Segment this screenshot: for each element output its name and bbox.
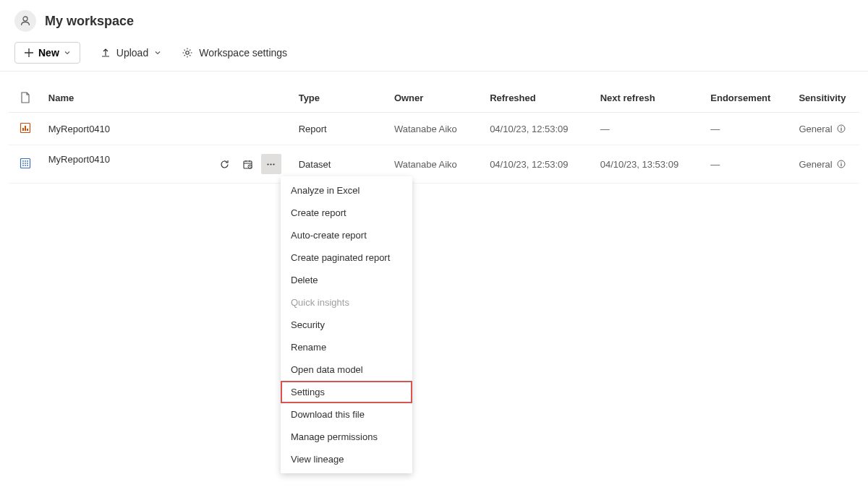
- svg-point-0: [23, 17, 27, 21]
- menu-security[interactable]: Security: [281, 314, 412, 336]
- svg-point-18: [27, 165, 28, 166]
- table-row[interactable]: MyReport0410: [9, 145, 859, 184]
- svg-point-7: [841, 126, 841, 127]
- chevron-down-icon: [64, 49, 71, 56]
- row-name[interactable]: MyReport0410: [43, 113, 293, 145]
- schedule-icon: [242, 159, 253, 170]
- svg-point-10: [22, 160, 24, 162]
- svg-point-14: [25, 163, 26, 164]
- context-menu: Analyze in Excel Create report Auto-crea…: [281, 176, 412, 473]
- svg-rect-26: [841, 163, 841, 166]
- col-owner[interactable]: Owner: [388, 85, 484, 113]
- workspace-title: My workspace: [45, 14, 134, 29]
- svg-point-13: [22, 163, 24, 164]
- col-next-refresh[interactable]: Next refresh: [595, 85, 705, 113]
- svg-point-16: [22, 165, 24, 166]
- refresh-now-button[interactable]: [215, 154, 235, 174]
- svg-point-25: [841, 162, 841, 163]
- menu-open-data-model[interactable]: Open data model: [281, 358, 412, 381]
- svg-point-23: [273, 163, 275, 165]
- menu-delete[interactable]: Delete: [281, 269, 412, 291]
- col-name[interactable]: Name: [43, 85, 293, 113]
- refresh-icon: [219, 159, 230, 170]
- row-sensitivity: General: [793, 145, 859, 184]
- row-type-icon: [9, 145, 43, 184]
- row-next-refresh: 04/10/23, 13:53:09: [595, 145, 705, 184]
- gear-icon: [182, 47, 193, 59]
- workspace-header: My workspace: [0, 0, 868, 40]
- menu-manage-permissions[interactable]: Manage permissions: [281, 426, 412, 448]
- svg-point-11: [25, 160, 26, 162]
- col-endorsement[interactable]: Endorsement: [705, 85, 793, 113]
- upload-button[interactable]: Upload: [101, 47, 161, 59]
- menu-view-lineage[interactable]: View lineage: [281, 448, 412, 470]
- col-refreshed[interactable]: Refreshed: [484, 85, 595, 113]
- toolbar: New Upload Workspace settings: [0, 40, 868, 72]
- row-endorsement: —: [705, 113, 793, 145]
- row-refreshed: 04/10/23, 12:53:09: [484, 113, 595, 145]
- info-icon[interactable]: [837, 124, 846, 133]
- svg-rect-4: [25, 126, 26, 131]
- svg-point-15: [27, 163, 28, 164]
- svg-point-1: [186, 51, 189, 54]
- col-sensitivity[interactable]: Sensitivity: [793, 85, 859, 113]
- menu-analyze-in-excel[interactable]: Analyze in Excel: [281, 179, 412, 202]
- report-icon: [19, 121, 32, 134]
- svg-rect-8: [841, 128, 841, 131]
- menu-create-report[interactable]: Create report: [281, 202, 412, 224]
- col-type[interactable]: Type: [293, 85, 388, 113]
- row-type-icon: [9, 113, 43, 145]
- row-name[interactable]: MyReport0410: [43, 145, 293, 184]
- person-icon: [20, 15, 31, 27]
- row-type: Report: [293, 113, 388, 145]
- chevron-down-icon: [154, 49, 161, 56]
- row-sensitivity: General: [793, 113, 859, 145]
- more-horizontal-icon: [265, 159, 276, 170]
- row-owner: Watanabe Aiko: [388, 113, 484, 145]
- table-header-row: Name Type Owner Refreshed Next refresh E…: [9, 85, 859, 113]
- document-icon: [20, 92, 30, 103]
- menu-download-this-file[interactable]: Download this file: [281, 403, 412, 426]
- new-button[interactable]: New: [14, 42, 80, 64]
- menu-quick-insights: Quick insights: [281, 291, 412, 314]
- svg-point-22: [271, 163, 272, 165]
- table-row[interactable]: MyReport0410 Report Watanabe Aiko 04/10/…: [9, 113, 859, 145]
- upload-icon: [101, 48, 111, 58]
- svg-point-17: [25, 165, 26, 166]
- menu-create-paginated-report[interactable]: Create paginated report: [281, 246, 412, 269]
- content-table: Name Type Owner Refreshed Next refresh E…: [0, 72, 868, 184]
- row-refreshed: 04/10/23, 12:53:09: [484, 145, 595, 184]
- col-icon: [9, 85, 43, 113]
- svg-point-21: [268, 163, 269, 165]
- new-button-label: New: [38, 47, 59, 59]
- menu-auto-create-report[interactable]: Auto-create report: [281, 224, 412, 246]
- row-endorsement: —: [705, 145, 793, 184]
- svg-point-12: [27, 160, 28, 162]
- upload-label: Upload: [116, 47, 148, 59]
- info-icon[interactable]: [837, 160, 846, 168]
- svg-rect-5: [27, 129, 28, 131]
- plus-icon: [24, 48, 34, 58]
- schedule-refresh-button[interactable]: [238, 154, 258, 174]
- menu-rename[interactable]: Rename: [281, 336, 412, 358]
- more-options-button[interactable]: [261, 154, 281, 174]
- svg-rect-3: [22, 128, 24, 131]
- workspace-settings-button[interactable]: Workspace settings: [182, 47, 287, 59]
- dataset-icon: [19, 157, 32, 170]
- row-next-refresh: —: [595, 113, 705, 145]
- workspace-settings-label: Workspace settings: [199, 47, 287, 59]
- avatar: [14, 10, 36, 32]
- menu-settings[interactable]: Settings: [281, 381, 412, 403]
